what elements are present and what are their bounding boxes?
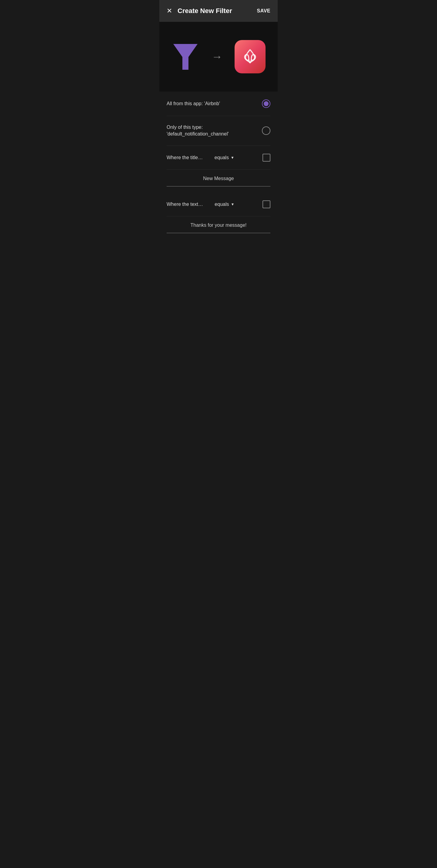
- all-from-app-option[interactable]: All from this app: 'Airbnb': [167, 92, 270, 116]
- radio-inner: [264, 101, 268, 106]
- text-input-underline: Thanks for your message!: [167, 219, 270, 233]
- title-input-wrapper: New Message: [167, 170, 270, 186]
- text-filter-row: Where the text… equals ▼: [167, 192, 270, 216]
- text-dropdown[interactable]: equals ▼: [214, 202, 234, 207]
- text-input-wrapper: Thanks for your message!: [167, 216, 270, 233]
- svg-marker-0: [173, 44, 198, 70]
- title-filter-label: Where the title…: [167, 155, 203, 160]
- only-of-type-radio[interactable]: [262, 126, 270, 135]
- only-of-type-option[interactable]: Only of this type: 'default_notification…: [167, 116, 270, 146]
- text-value-display: Thanks for your message!: [167, 219, 270, 230]
- text-filter-checkbox[interactable]: [262, 200, 270, 208]
- hero-section: →: [159, 22, 278, 92]
- airbnb-icon: [235, 40, 266, 73]
- title-input-underline: New Message: [167, 173, 270, 186]
- title-dropdown[interactable]: equals ▼: [214, 155, 234, 160]
- filter-funnel-icon: [171, 41, 199, 72]
- all-from-app-radio[interactable]: [262, 99, 270, 108]
- options-section: All from this app: 'Airbnb' Only of this…: [159, 92, 278, 233]
- all-from-app-label: All from this app: 'Airbnb': [167, 100, 262, 107]
- only-of-type-label: Only of this type: 'default_notification…: [167, 124, 262, 137]
- text-filter-label: Where the text…: [167, 202, 203, 207]
- title-value-display: New Message: [167, 173, 270, 184]
- header: ✕ Create New Filter SAVE: [159, 0, 278, 22]
- title-filter-row: Where the title… equals ▼: [167, 146, 270, 170]
- chevron-down-icon: ▼: [231, 156, 234, 160]
- title-filter-checkbox[interactable]: [262, 154, 270, 162]
- close-button[interactable]: ✕: [167, 7, 172, 14]
- text-equals-label: equals: [214, 202, 229, 207]
- save-button[interactable]: SAVE: [257, 8, 270, 13]
- title-equals-label: equals: [214, 155, 229, 160]
- arrow-icon: →: [211, 50, 223, 63]
- page-title: Create New Filter: [177, 7, 257, 15]
- chevron-down-icon-2: ▼: [231, 202, 235, 207]
